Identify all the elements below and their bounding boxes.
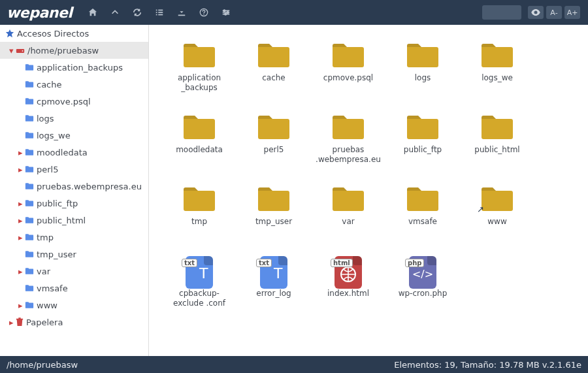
sidebar-trash[interactable]: ▸ Papelera bbox=[0, 314, 148, 331]
sidebar-item-var[interactable]: ▸ var bbox=[0, 263, 148, 280]
file-badge: txt bbox=[182, 259, 197, 267]
item-label: wp-cron.php bbox=[399, 289, 448, 299]
file-error-log[interactable]: Ttxterror_log bbox=[237, 253, 311, 325]
item-label: cpbackup-exclude .conf bbox=[167, 289, 232, 308]
folder-logs-we[interactable]: logs_we bbox=[460, 38, 534, 110]
sidebar-item-pruebas-webempresa-eu[interactable]: ▸ pruebas.webempresa.eu bbox=[0, 178, 148, 195]
folder-cache[interactable]: cache bbox=[237, 38, 311, 110]
file-grid: application _backupscachecpmove.psqllogs… bbox=[149, 25, 588, 356]
sidebar-item-label: tmp_user bbox=[37, 250, 76, 259]
folder-vmsafe[interactable]: vmsafe bbox=[385, 182, 460, 253]
svg-point-11 bbox=[22, 50, 24, 52]
folder-icon bbox=[25, 63, 34, 71]
file-badge: html bbox=[331, 259, 353, 267]
preview-toggle[interactable] bbox=[528, 6, 544, 19]
refresh-icon[interactable] bbox=[129, 4, 146, 21]
sidebar-item-label: moodledata bbox=[37, 148, 88, 157]
sidebar-item-label: var bbox=[37, 267, 50, 276]
sidebar-tree: Accesos Directos ▾ /home/pruebasw ▸ appl… bbox=[0, 25, 149, 356]
folder-public-html[interactable]: public_html bbox=[460, 110, 534, 182]
file-cpbackup-exclude-conf[interactable]: Ttxtcpbackup-exclude .conf bbox=[162, 253, 237, 325]
sidebar-item-moodledata[interactable]: ▸ moodledata bbox=[0, 144, 148, 161]
folder-icon bbox=[25, 250, 34, 258]
folder-public-ftp[interactable]: public_ftp bbox=[385, 110, 460, 182]
folder-icon bbox=[25, 80, 34, 88]
sidebar-item-tmp[interactable]: ▸ tmp bbox=[0, 229, 148, 246]
svg-rect-3 bbox=[159, 12, 163, 13]
sidebar-item-label: public_ftp bbox=[37, 199, 78, 208]
caret-right-icon: ▸ bbox=[18, 300, 25, 310]
sidebar-item-public-html[interactable]: ▸ public_html bbox=[0, 212, 148, 229]
folder-cpmove-psql[interactable]: cpmove.psql bbox=[311, 38, 385, 110]
sidebar-item-logs[interactable]: ▸ logs bbox=[0, 110, 148, 127]
item-label: var bbox=[342, 217, 354, 227]
file-wp-cron-php[interactable]: </>phpwp-cron.php bbox=[385, 253, 460, 325]
svg-point-7 bbox=[224, 10, 226, 12]
caret-right-icon: ▸ bbox=[18, 148, 25, 157]
folder-icon bbox=[25, 301, 34, 309]
folder-icon bbox=[25, 131, 34, 139]
item-label: tmp bbox=[191, 217, 207, 227]
caret-right-icon: ▸ bbox=[18, 216, 25, 225]
home-icon[interactable] bbox=[84, 4, 101, 21]
folder-icon bbox=[25, 97, 34, 105]
item-label: perl5 bbox=[264, 145, 284, 155]
sidebar-item-cache[interactable]: ▸ cache bbox=[0, 76, 148, 93]
sidebar-item-vmsafe[interactable]: ▸ vmsafe bbox=[0, 280, 148, 297]
item-label: pruebas .webempresa.eu bbox=[316, 145, 381, 165]
sidebar-item-perl5[interactable]: ▸ perl5 bbox=[0, 161, 148, 178]
settings-icon[interactable] bbox=[218, 4, 235, 21]
item-label: error_log bbox=[256, 289, 291, 299]
font-increase-button[interactable]: A+ bbox=[564, 6, 580, 19]
folder-www[interactable]: ↗www bbox=[460, 182, 534, 253]
help-icon[interactable] bbox=[195, 4, 212, 21]
sidebar-item-cpmove-psql[interactable]: ▸ cpmove.psql bbox=[0, 93, 148, 110]
caret-right-icon: ▸ bbox=[18, 267, 25, 276]
sidebar-item-logs-we[interactable]: ▸ logs_we bbox=[0, 127, 148, 144]
sidebar-item-tmp-user[interactable]: ▸ tmp_user bbox=[0, 246, 148, 263]
folder-tmp-user[interactable]: tmp_user bbox=[237, 182, 311, 253]
folder-tmp[interactable]: tmp bbox=[162, 182, 237, 253]
sidebar-shortcuts[interactable]: Accesos Directos bbox=[0, 25, 148, 42]
item-label: tmp_user bbox=[255, 217, 292, 227]
font-decrease-button[interactable]: A- bbox=[546, 6, 562, 19]
up-icon[interactable] bbox=[106, 4, 123, 21]
search-input[interactable] bbox=[482, 5, 521, 20]
file-badge: txt bbox=[256, 259, 272, 267]
folder-application-backups[interactable]: application _backups bbox=[162, 38, 237, 110]
caret-right-icon: ▸ bbox=[18, 233, 25, 242]
sidebar-item-www[interactable]: ▸ www bbox=[0, 297, 148, 314]
folder-icon bbox=[25, 199, 34, 207]
top-toolbar: wepanel A- A+ bbox=[0, 0, 588, 25]
sidebar-item-label: pruebas.webempresa.eu bbox=[37, 182, 142, 191]
folder-icon bbox=[25, 165, 34, 173]
svg-text:T: T bbox=[199, 265, 208, 282]
sidebar-item-label: cache bbox=[37, 80, 62, 89]
folder-pruebas-webempresa-eu[interactable]: pruebas .webempresa.eu bbox=[311, 110, 385, 182]
sidebar-item-public-ftp[interactable]: ▸ public_ftp bbox=[0, 195, 148, 212]
status-bar: /home/pruebasw Elementos: 19, Tamaño: 19… bbox=[0, 356, 588, 373]
sidebar-root[interactable]: ▾ /home/pruebasw bbox=[0, 42, 148, 59]
sidebar-root-label: /home/pruebasw bbox=[27, 46, 99, 56]
folder-perl5[interactable]: perl5 bbox=[237, 110, 311, 182]
folder-logs[interactable]: logs bbox=[385, 38, 460, 110]
file-badge: php bbox=[405, 259, 424, 267]
status-info: Elementos: 19, Tamaño: 19.78 MB v.2.1.61… bbox=[394, 360, 581, 370]
item-label: logs_we bbox=[482, 73, 513, 83]
folder-icon bbox=[25, 233, 34, 241]
folder-var[interactable]: var bbox=[311, 182, 385, 253]
svg-text:</>: </> bbox=[412, 268, 433, 280]
caret-right-icon: ▸ bbox=[18, 165, 25, 174]
svg-rect-4 bbox=[156, 14, 157, 16]
folder-moodledata[interactable]: moodledata bbox=[162, 110, 237, 182]
download-icon[interactable] bbox=[173, 4, 190, 21]
sidebar-item-label: application_backups bbox=[37, 63, 123, 73]
sidebar-item-label: www bbox=[37, 300, 57, 310]
svg-point-8 bbox=[227, 12, 229, 14]
folder-icon bbox=[25, 284, 34, 292]
list-icon[interactable] bbox=[151, 4, 168, 21]
file-index-html[interactable]: htmlindex.html bbox=[311, 253, 385, 325]
item-label: application _backups bbox=[167, 73, 232, 93]
sidebar-item-application-backups[interactable]: ▸ application_backups bbox=[0, 59, 148, 76]
sidebar-item-label: logs_we bbox=[37, 131, 71, 140]
